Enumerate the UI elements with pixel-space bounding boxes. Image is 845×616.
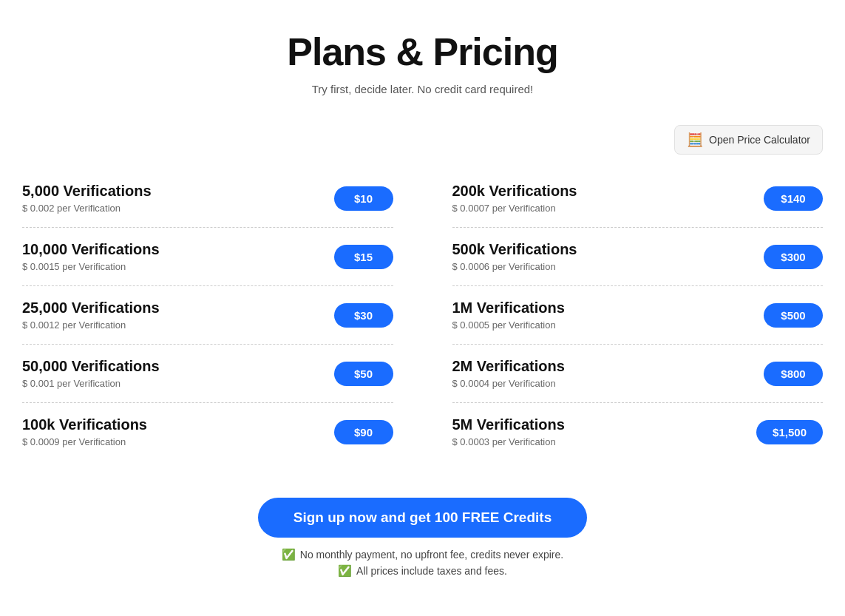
plan-name: 10,000 Verifications (22, 241, 160, 258)
page-title: Plans & Pricing (22, 30, 823, 74)
pricing-row: 25,000 Verifications $ 0.0012 per Verifi… (22, 286, 393, 345)
open-price-calculator-button[interactable]: 🧮 Open Price Calculator (674, 125, 823, 155)
price-badge-button[interactable]: $50 (334, 362, 393, 386)
plan-info: 200k Verifications $ 0.0007 per Verifica… (452, 183, 577, 214)
plan-rate: $ 0.0007 per Verification (452, 203, 577, 214)
calculator-icon: 🧮 (687, 132, 703, 148)
page-container: Plans & Pricing Try first, decide later.… (0, 0, 845, 616)
pricing-row: 500k Verifications $ 0.0006 per Verifica… (452, 228, 824, 286)
plan-info: 5M Verifications $ 0.0003 per Verificati… (452, 416, 565, 447)
price-badge-button[interactable]: $10 (334, 186, 393, 211)
plan-name: 100k Verifications (22, 416, 147, 433)
price-badge-button[interactable]: $140 (764, 186, 823, 211)
plan-rate: $ 0.0003 per Verification (452, 436, 565, 447)
price-badge-button[interactable]: $300 (764, 245, 823, 269)
calculator-row: 🧮 Open Price Calculator (22, 125, 823, 155)
plan-name: 5,000 Verifications (22, 183, 152, 200)
plan-name: 50,000 Verifications (22, 358, 160, 375)
cta-note-1: ✅ No monthly payment, no upfront fee, cr… (282, 548, 563, 561)
left-pricing-column: 5,000 Verifications $ 0.002 per Verifica… (22, 169, 393, 461)
pricing-row: 1M Verifications $ 0.0005 per Verificati… (452, 286, 824, 345)
price-badge-button[interactable]: $1,500 (756, 420, 823, 444)
cta-section: Sign up now and get 100 FREE Credits ✅ N… (22, 498, 823, 578)
plan-rate: $ 0.002 per Verification (22, 203, 152, 214)
page-subtitle: Try first, decide later. No credit card … (22, 83, 823, 95)
plan-name: 2M Verifications (452, 358, 565, 375)
plan-rate: $ 0.0015 per Verification (22, 261, 160, 272)
plan-name: 1M Verifications (452, 299, 565, 317)
right-pricing-column: 200k Verifications $ 0.0007 per Verifica… (452, 169, 824, 461)
pricing-row: 200k Verifications $ 0.0007 per Verifica… (452, 169, 824, 228)
price-badge-button[interactable]: $800 (764, 362, 823, 386)
plan-info: 10,000 Verifications $ 0.0015 per Verifi… (22, 241, 160, 272)
price-badge-button[interactable]: $15 (334, 245, 393, 269)
plan-info: 50,000 Verifications $ 0.001 per Verific… (22, 358, 160, 389)
pricing-row: 50,000 Verifications $ 0.001 per Verific… (22, 345, 393, 403)
plan-info: 2M Verifications $ 0.0004 per Verificati… (452, 358, 565, 389)
price-badge-button[interactable]: $30 (334, 303, 393, 328)
plan-info: 1M Verifications $ 0.0005 per Verificati… (452, 299, 565, 331)
check-circle-icon-2: ✅ (338, 564, 352, 578)
calculator-label: Open Price Calculator (709, 134, 810, 146)
plan-rate: $ 0.0005 per Verification (452, 319, 565, 331)
price-badge-button[interactable]: $500 (764, 303, 823, 328)
plan-name: 25,000 Verifications (22, 299, 160, 317)
pricing-row: 5M Verifications $ 0.0003 per Verificati… (452, 403, 824, 461)
plan-info: 500k Verifications $ 0.0006 per Verifica… (452, 241, 577, 272)
plan-rate: $ 0.001 per Verification (22, 378, 160, 389)
plan-rate: $ 0.0012 per Verification (22, 319, 160, 331)
plan-rate: $ 0.0009 per Verification (22, 436, 147, 447)
plan-name: 5M Verifications (452, 416, 565, 433)
check-circle-icon-1: ✅ (282, 548, 296, 561)
signup-cta-button[interactable]: Sign up now and get 100 FREE Credits (258, 498, 587, 538)
plan-name: 500k Verifications (452, 241, 577, 258)
pricing-row: 5,000 Verifications $ 0.002 per Verifica… (22, 169, 393, 228)
price-badge-button[interactable]: $90 (334, 420, 393, 444)
cta-note-2: ✅ All prices include taxes and fees. (282, 564, 563, 578)
plan-rate: $ 0.0006 per Verification (452, 261, 577, 272)
plan-rate: $ 0.0004 per Verification (452, 378, 565, 389)
cta-notes: ✅ No monthly payment, no upfront fee, cr… (282, 548, 563, 578)
plan-name: 200k Verifications (452, 183, 577, 200)
pricing-row: 100k Verifications $ 0.0009 per Verifica… (22, 403, 393, 461)
header: Plans & Pricing Try first, decide later.… (22, 30, 823, 95)
plan-info: 100k Verifications $ 0.0009 per Verifica… (22, 416, 147, 447)
pricing-row: 10,000 Verifications $ 0.0015 per Verifi… (22, 228, 393, 286)
pricing-row: 2M Verifications $ 0.0004 per Verificati… (452, 345, 824, 403)
pricing-grid: 5,000 Verifications $ 0.002 per Verifica… (22, 169, 823, 461)
plan-info: 25,000 Verifications $ 0.0012 per Verifi… (22, 299, 160, 331)
plan-info: 5,000 Verifications $ 0.002 per Verifica… (22, 183, 152, 214)
